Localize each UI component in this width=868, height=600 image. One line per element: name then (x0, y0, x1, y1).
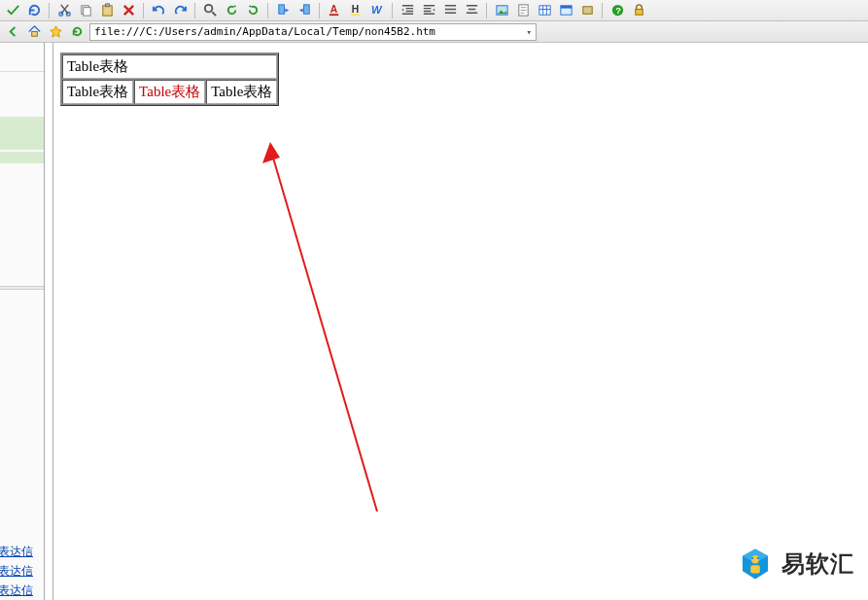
toolbar-separator (319, 3, 320, 18)
svg-marker-26 (262, 142, 280, 163)
back-icon[interactable] (4, 23, 21, 41)
align-icon[interactable] (463, 2, 480, 19)
rotate-right-icon[interactable] (244, 2, 261, 19)
main-area: 表达信 表达信 表达信 Table表格 Table表格 Table表格 Tabl… (0, 43, 868, 600)
vertical-rule (52, 43, 53, 600)
arrow-annotation-icon (262, 142, 418, 521)
svg-rect-10 (329, 14, 337, 16)
demo-table: Table表格 Table表格 Table表格 Table表格 (60, 53, 279, 106)
chevron-down-icon[interactable]: ▾ (527, 27, 532, 37)
svg-rect-19 (560, 6, 571, 9)
toolbar-separator (602, 3, 603, 18)
toolbar-separator (486, 3, 487, 18)
rotate-left-icon[interactable] (223, 2, 240, 19)
toolbar-separator (143, 3, 144, 18)
address-bar: ▾ (0, 21, 868, 43)
watermark: 易软汇 (737, 546, 854, 582)
image-icon[interactable] (493, 2, 510, 19)
bookmark-prev-icon[interactable] (295, 2, 313, 19)
box-icon[interactable] (578, 2, 596, 19)
watermark-text: 易软汇 (781, 548, 854, 580)
svg-rect-30 (750, 565, 760, 573)
bookmark-next-icon[interactable] (274, 2, 292, 19)
svg-rect-7 (278, 5, 284, 14)
reload-blue-icon[interactable] (25, 2, 43, 19)
home-icon[interactable] (25, 23, 43, 41)
help-icon[interactable]: ? (608, 2, 626, 19)
watermark-logo-icon (737, 546, 774, 582)
toolbar-separator (194, 3, 195, 18)
svg-rect-12 (350, 14, 359, 16)
redo-icon[interactable] (171, 2, 189, 19)
text-w-icon[interactable]: W (368, 2, 386, 19)
sidebar-selection (0, 117, 44, 150)
url-field-wrap[interactable]: ▾ (89, 23, 537, 41)
doc-icon[interactable] (514, 2, 532, 19)
paste-icon[interactable] (98, 2, 116, 19)
indent-right-icon[interactable] (420, 2, 437, 19)
font-color-icon[interactable]: A (326, 2, 343, 19)
content-pane: Table表格 Table表格 Table表格 Table表格 易软汇 (45, 43, 868, 600)
svg-rect-24 (31, 32, 37, 37)
indent-left-icon[interactable] (399, 2, 416, 19)
svg-rect-17 (538, 6, 549, 15)
left-sidebar: 表达信 表达信 表达信 (0, 43, 45, 600)
main-toolbar: A H W ? (0, 0, 868, 21)
svg-rect-3 (83, 8, 90, 16)
toolbar-separator (267, 3, 268, 18)
favorites-star-icon[interactable] (47, 23, 64, 41)
svg-rect-23 (635, 10, 642, 16)
lock-icon[interactable] (630, 2, 647, 19)
cut-icon[interactable] (55, 2, 73, 19)
svg-point-28 (751, 557, 753, 559)
url-input[interactable] (94, 25, 523, 38)
highlight-icon[interactable]: H (347, 2, 365, 19)
svg-text:A: A (330, 4, 337, 15)
table-row: Table表格 (62, 54, 277, 79)
svg-point-6 (204, 5, 212, 13)
sidebar-divider (0, 286, 44, 290)
copy-icon[interactable] (77, 2, 94, 19)
toolbar-separator (49, 3, 50, 18)
undo-icon[interactable] (150, 2, 167, 19)
table-cell-highlighted[interactable]: Table表格 (134, 80, 205, 104)
refresh-icon[interactable] (68, 23, 86, 41)
svg-line-25 (270, 148, 377, 512)
table-cell[interactable]: Table表格 (206, 80, 277, 104)
table-icon[interactable] (536, 2, 553, 19)
svg-text:H: H (351, 4, 358, 15)
toolbar-separator (392, 3, 393, 18)
table-cell[interactable]: Table表格 (62, 54, 277, 79)
svg-rect-8 (303, 5, 309, 14)
delete-red-icon[interactable] (120, 2, 137, 19)
table-cell[interactable]: Table表格 (62, 80, 133, 104)
svg-point-15 (499, 7, 502, 10)
svg-rect-4 (102, 6, 111, 16)
outdent-icon[interactable] (441, 2, 459, 19)
svg-point-29 (757, 557, 759, 559)
zoom-icon[interactable] (201, 2, 219, 19)
svg-point-27 (751, 555, 759, 563)
sidebar-selection (0, 152, 44, 163)
window-icon[interactable] (557, 2, 574, 19)
table-row: Table表格 Table表格 Table表格 (62, 80, 277, 104)
svg-text:?: ? (615, 6, 621, 16)
svg-rect-5 (105, 4, 109, 7)
svg-text:W: W (370, 4, 382, 16)
svg-rect-20 (582, 7, 591, 15)
check-green-icon[interactable] (4, 2, 21, 19)
sidebar-header (0, 43, 44, 72)
